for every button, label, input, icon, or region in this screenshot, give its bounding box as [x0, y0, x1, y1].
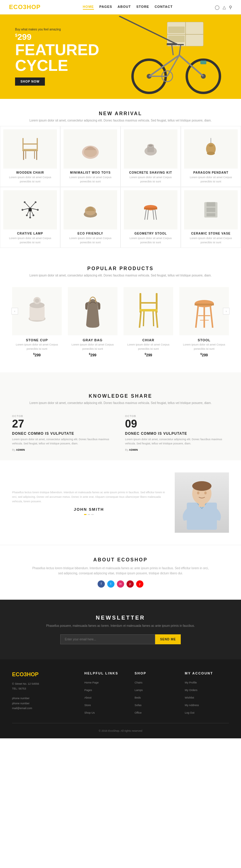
- about-text: Phasellus lectus lorem tristique bibendu…: [30, 566, 211, 576]
- twitter-icon[interactable]: t: [107, 580, 114, 588]
- product-image-lamp: [3, 190, 57, 229]
- k-author: By ADMIN: [125, 448, 229, 451]
- svg-rect-63: [206, 202, 211, 207]
- nav-home[interactable]: HOME: [83, 5, 94, 10]
- testimonial-name: JOHN SMITH: [12, 507, 166, 512]
- nav-contact[interactable]: CONTACT: [154, 5, 173, 10]
- pinterest-icon[interactable]: p: [127, 580, 134, 588]
- footer-logo: ECO3HOP: [12, 672, 78, 678]
- list-item: ‹ STONE CUP Lorem ipsum dolor sit amet C…: [12, 287, 62, 357]
- dot-3[interactable]: [91, 514, 94, 515]
- svg-rect-3: [168, 27, 185, 33]
- footer-link[interactable]: Office: [135, 711, 142, 714]
- svg-line-58: [145, 210, 146, 220]
- testimonial-section: Phasellus lectus lorem tristique bibendu…: [0, 460, 241, 545]
- svg-line-45: [30, 208, 33, 215]
- product-name: GRAY BAG: [68, 338, 117, 342]
- footer-link[interactable]: My Orders: [185, 689, 197, 692]
- footer-link[interactable]: Pages: [84, 689, 92, 692]
- product-name: ECO FRIENDLY: [64, 232, 117, 235]
- k-text: Lorem ipsum dolor sit amet, consectetur …: [125, 437, 229, 446]
- about-social-icons: f t in p y: [12, 580, 229, 588]
- user-icon[interactable]: ◯: [215, 5, 219, 10]
- footer-link[interactable]: Shop Us: [84, 711, 95, 714]
- product-desc: Lorem ipsum dolor sit amet Corpus poneci…: [3, 236, 57, 245]
- list-item: PARAGON PENDANT Lorem ipsum dolor sit am…: [181, 126, 241, 187]
- knowledge-title-block: KNOWLEDGE SHARE Lorem ipsum dolor sit am…: [12, 381, 229, 408]
- footer-brand: ECO3HOP © Street No. 12 54556 TEL: 56753…: [12, 672, 78, 717]
- svg-rect-67: [206, 213, 211, 216]
- hero-text: Buy what makes you feel amazing $299 FEA…: [15, 28, 99, 86]
- product-name: WOODEN CHAIR: [3, 171, 57, 174]
- nav-about[interactable]: ABOUT: [117, 5, 131, 10]
- svg-rect-68: [211, 213, 215, 216]
- newsletter-section: NEWSLETTER Phasellus posuere, malesuada …: [0, 600, 241, 659]
- footer-link[interactable]: Log Out: [185, 711, 194, 714]
- product-image-eco: [64, 190, 117, 229]
- instagram-icon[interactable]: in: [117, 580, 124, 588]
- logo-text-hop: HOP: [27, 4, 40, 10]
- svg-line-84: [196, 305, 198, 328]
- popular-products-section: POPULAR PRODUCTS Lorem ipsum dolor sit a…: [0, 248, 241, 372]
- product-image-wooden-chair: [3, 129, 57, 168]
- knowledge-desc: Lorem ipsum dolor sit amet, consectetur …: [18, 401, 223, 405]
- product-image-pendant: [184, 129, 238, 168]
- hero-small-text: Buy what makes you feel amazing: [15, 28, 99, 31]
- footer-link[interactable]: Lamps: [135, 689, 143, 692]
- list-item: › STOOL Lorem ipsum dolor sit amet Corpu…: [179, 287, 229, 357]
- search-icon[interactable]: ⚲: [229, 5, 232, 10]
- logo-highlight: 3: [23, 4, 27, 10]
- list-item: GEOMETRY STOOL Lorem ipsum dolor sit ame…: [120, 187, 181, 248]
- product-name: CONCRETE SHAVING KIT: [124, 171, 177, 174]
- shop-now-button[interactable]: SHOP NOW: [15, 78, 45, 86]
- newsletter-email-input[interactable]: [60, 634, 155, 644]
- popular-grid: ‹ STONE CUP Lorem ipsum dolor sit amet C…: [0, 281, 241, 363]
- footer-link[interactable]: My Address: [185, 704, 199, 707]
- testimonial-dots: [12, 514, 166, 515]
- footer-link[interactable]: Chairs: [135, 681, 142, 684]
- logo[interactable]: ECO3HOP: [9, 4, 41, 10]
- dot-2[interactable]: [88, 514, 90, 515]
- popular-heading: POPULAR PRODUCTS: [6, 266, 235, 271]
- nav-pages[interactable]: PAGES: [99, 5, 112, 10]
- svg-line-78: [139, 311, 141, 328]
- pop-image-gray-bag: [68, 287, 117, 335]
- svg-line-79: [156, 311, 158, 328]
- hero-title: FEATURED CYCLE: [15, 42, 99, 73]
- svg-point-52: [33, 214, 34, 216]
- newsletter-send-button[interactable]: SEND ME: [155, 634, 181, 644]
- footer-link[interactable]: About: [84, 696, 92, 699]
- dot-1[interactable]: [84, 514, 87, 515]
- footer-link[interactable]: Store: [84, 704, 91, 707]
- footer-link[interactable]: Wishlist: [185, 696, 194, 699]
- list-item: ECO FRIENDLY Lorem ipsum dolor sit amet …: [60, 187, 120, 248]
- svg-point-47: [24, 202, 26, 203]
- svg-line-59: [155, 210, 157, 220]
- svg-point-92: [197, 491, 199, 494]
- product-image-minimalist: [64, 129, 117, 168]
- svg-point-73: [35, 299, 39, 303]
- footer: ECO3HOP © Street No. 12 54556 TEL: 56753…: [0, 659, 241, 738]
- next-arrow[interactable]: ›: [223, 308, 230, 314]
- product-desc: Lorem ipsum dolor sit amet Corpus poneci…: [179, 343, 229, 351]
- svg-point-38: [207, 152, 215, 155]
- svg-line-85: [210, 305, 213, 328]
- facebook-icon[interactable]: f: [98, 580, 105, 588]
- footer-helpful-links: HELPFUL LINKS Home Page Pages About Stor…: [84, 672, 129, 717]
- footer-links-list: My Profile My Orders Wishlist My Address…: [185, 679, 229, 715]
- product-name: MINIMALIST WOO TOYS: [64, 171, 117, 174]
- footer-link[interactable]: Beds: [135, 696, 141, 699]
- nav-store[interactable]: STORE: [136, 5, 149, 10]
- cart-icon[interactable]: △: [222, 5, 226, 10]
- main-nav: HOME PAGES ABOUT STORE CONTACT: [83, 5, 173, 10]
- svg-rect-83: [195, 304, 214, 305]
- youtube-icon[interactable]: y: [136, 580, 143, 588]
- footer-link[interactable]: My Profile: [185, 681, 197, 684]
- footer-link[interactable]: Home Page: [84, 681, 99, 684]
- svg-rect-22: [23, 144, 38, 145]
- product-name: STONE CUP: [12, 338, 62, 342]
- prev-arrow[interactable]: ‹: [11, 308, 18, 314]
- svg-rect-2: [185, 22, 186, 46]
- hero-section: Buy what makes you feel amazing $299 FEA…: [0, 14, 241, 99]
- footer-link[interactable]: Sofas: [135, 704, 142, 707]
